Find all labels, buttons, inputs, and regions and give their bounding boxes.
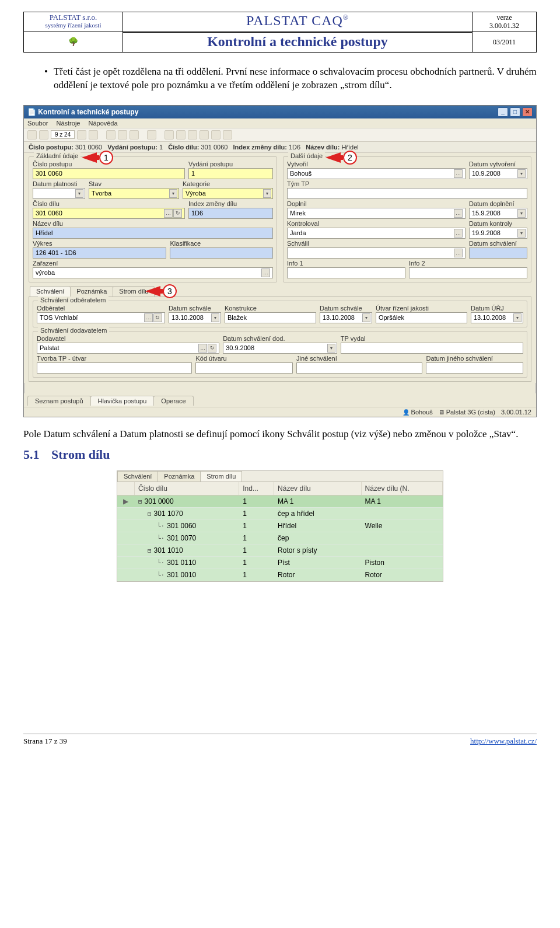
- tt-tab-strom-dilu[interactable]: Strom dílu: [200, 471, 242, 482]
- nav-prev-icon[interactable]: [39, 130, 48, 139]
- menu-nastroje[interactable]: Nástroje: [56, 120, 80, 127]
- input-datum-kontr[interactable]: 19.9.2008▾: [469, 228, 527, 239]
- input-index[interactable]: 1D6: [188, 208, 273, 219]
- tt-tab-schvaleni[interactable]: Schválení: [117, 471, 158, 482]
- label-klasifikace: Klasifikace: [170, 240, 273, 247]
- input-dodavatel[interactable]: Palstat…↻: [37, 343, 219, 354]
- input-cislo-postupu[interactable]: 301 0060: [33, 168, 185, 179]
- input-datum-schvale2[interactable]: 13.10.2008▾: [320, 312, 372, 323]
- chevron-down-icon[interactable]: ▾: [211, 313, 219, 322]
- label-tpvydal: TP vydal: [341, 335, 523, 342]
- menu-soubor[interactable]: Soubor: [27, 120, 48, 127]
- chevron-down-icon[interactable]: ▾: [517, 169, 526, 178]
- chevron-down-icon[interactable]: ▾: [327, 344, 335, 353]
- copy-icon[interactable]: [200, 130, 209, 139]
- input-info1[interactable]: [287, 267, 405, 278]
- lookup-icon[interactable]: …: [454, 249, 463, 257]
- lookup-icon[interactable]: …: [454, 229, 463, 238]
- tt-tab-poznamka[interactable]: Poznámka: [158, 471, 201, 482]
- input-info2[interactable]: [409, 267, 527, 278]
- refresh-icon[interactable]: ↻: [173, 209, 182, 218]
- input-datum-urj[interactable]: 13.10.2008▾: [471, 312, 523, 323]
- titlebar[interactable]: 📄 Kontrolní a technické postupy _ □ ✕: [24, 106, 536, 118]
- misc2-icon[interactable]: [223, 130, 232, 139]
- menu-napoveda[interactable]: Nápověda: [88, 120, 117, 127]
- lookup-icon[interactable]: …: [454, 209, 463, 218]
- tab-poznamka[interactable]: Poznámka: [70, 286, 113, 296]
- tree-row[interactable]: ⊟301 10101Rotor s písty: [117, 545, 443, 557]
- chevron-down-icon[interactable]: ▾: [263, 189, 271, 198]
- app-window: 📄 Kontrolní a technické postupy _ □ ✕ So…: [23, 105, 537, 417]
- new-icon[interactable]: [106, 130, 116, 139]
- input-datum-jine[interactable]: [426, 362, 523, 374]
- input-datum-platnosti[interactable]: ▾: [33, 188, 85, 199]
- input-vytvoril[interactable]: Bohouš…: [287, 168, 466, 179]
- input-nazev[interactable]: Hřídel: [33, 228, 273, 239]
- legend-odberatel: Schválení odběratelem: [38, 296, 108, 303]
- refresh-icon[interactable]: ↻: [153, 313, 162, 322]
- edit-icon[interactable]: [118, 130, 127, 139]
- nav-next-icon[interactable]: [77, 130, 86, 139]
- export-icon[interactable]: [188, 130, 197, 139]
- input-vykres[interactable]: 126 401 - 1D6: [33, 247, 166, 259]
- minimize-button[interactable]: _: [498, 107, 508, 117]
- nav-first-icon[interactable]: [27, 130, 37, 139]
- tree-row[interactable]: └·301 00101RotorRotor: [117, 569, 443, 581]
- chevron-down-icon[interactable]: ▾: [169, 189, 177, 198]
- tab-operace[interactable]: Operace: [153, 396, 193, 406]
- maximize-button[interactable]: □: [510, 107, 520, 117]
- input-kontroloval[interactable]: Jarda…: [287, 228, 466, 239]
- tab-seznam-postupu[interactable]: Seznam postupů: [27, 396, 91, 406]
- input-schvalil[interactable]: …: [287, 247, 466, 259]
- chevron-down-icon[interactable]: ▾: [513, 313, 522, 322]
- input-doplnil[interactable]: Mirek…: [287, 208, 466, 219]
- print-icon[interactable]: [176, 130, 186, 139]
- input-tvorba[interactable]: [37, 362, 192, 374]
- label-vykres: Výkres: [33, 240, 166, 247]
- lookup-icon[interactable]: …: [454, 169, 463, 178]
- select-stav[interactable]: Tvorba▾: [89, 188, 179, 199]
- label-doplnil: Doplnil: [287, 200, 466, 207]
- select-kategorie[interactable]: Výroba▾: [183, 188, 273, 199]
- tree-row[interactable]: └·301 00701čep: [117, 532, 443, 545]
- input-datum-dod[interactable]: 30.9.2008▾: [223, 343, 337, 354]
- input-jine[interactable]: [296, 362, 422, 374]
- misc-icon[interactable]: [211, 130, 220, 139]
- svg-marker-0: [82, 152, 99, 163]
- lookup-icon[interactable]: …: [164, 209, 173, 218]
- footer-url[interactable]: http://www.palstat.cz/: [470, 737, 537, 746]
- input-odberatel[interactable]: TOS Vrchlabí…↻: [37, 312, 165, 323]
- close-button[interactable]: ✕: [522, 107, 533, 117]
- input-zarazeni[interactable]: výroba…: [33, 267, 273, 278]
- chevron-down-icon[interactable]: ▾: [517, 229, 526, 238]
- approve-icon[interactable]: [164, 130, 174, 139]
- tree-row[interactable]: └·301 00601HřídelWelle: [117, 520, 443, 532]
- input-datum-dopl[interactable]: 15.9.2008▾: [469, 208, 527, 219]
- input-tpvydal[interactable]: [341, 343, 523, 354]
- input-datum-schval[interactable]: [469, 247, 527, 259]
- chevron-down-icon[interactable]: ▾: [517, 209, 526, 218]
- input-datum-schvale[interactable]: 13.10.2008▾: [169, 312, 221, 323]
- lookup-icon[interactable]: …: [144, 313, 153, 322]
- delete-icon[interactable]: [130, 130, 139, 139]
- lookup-icon[interactable]: …: [261, 268, 270, 277]
- refresh-icon[interactable]: [147, 130, 156, 139]
- tab-hlavicka-postupu[interactable]: Hlavička postupu: [90, 396, 155, 406]
- input-cislo-dilu[interactable]: 301 0060…↻: [33, 208, 185, 219]
- input-tym[interactable]: [287, 188, 527, 199]
- tree-row[interactable]: └·301 01101PístPiston: [117, 557, 443, 569]
- refresh-icon[interactable]: ↻: [208, 344, 216, 353]
- tree-row[interactable]: ▶⊟301 00001MA 1MA 1: [117, 496, 443, 508]
- input-kod-utvaru[interactable]: [195, 362, 293, 374]
- input-vydani[interactable]: 1: [188, 168, 273, 179]
- chevron-down-icon[interactable]: ▾: [75, 189, 83, 198]
- input-datum-vytv[interactable]: 10.9.2008▾: [469, 168, 527, 179]
- input-konstrukce[interactable]: Blažek: [225, 312, 316, 323]
- input-klasifikace[interactable]: [170, 247, 273, 259]
- lookup-icon[interactable]: …: [198, 344, 207, 353]
- nav-last-icon[interactable]: [89, 130, 98, 139]
- tab-schvaleni[interactable]: Schválení: [30, 286, 71, 296]
- tree-row[interactable]: ⊟301 10701čep a hřídel: [117, 508, 443, 520]
- chevron-down-icon[interactable]: ▾: [362, 313, 370, 322]
- input-utvar[interactable]: Opršálek: [376, 312, 467, 323]
